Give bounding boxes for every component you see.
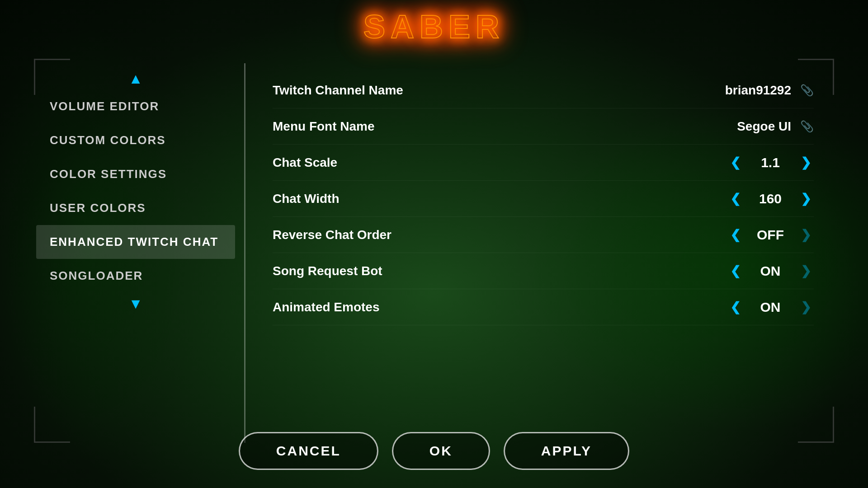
setting-label-menu-font-name: Menu Font Name: [273, 119, 678, 134]
setting-label-chat-width: Chat Width: [273, 192, 678, 206]
animated-emotes-decrease-button[interactable]: ❮: [727, 300, 743, 314]
setting-control-chat-width: ❮ 160 ❯: [678, 191, 814, 206]
song-request-bot-decrease-button[interactable]: ❮: [727, 263, 743, 278]
sidebar: ▲ VOLUME EDITOR CUSTOM COLORS COLOR SETT…: [36, 63, 235, 443]
chat-scale-increase-button[interactable]: ❯: [797, 155, 814, 170]
sidebar-item-color-settings[interactable]: COLOR SETTINGS: [36, 157, 235, 191]
sidebar-item-custom-colors[interactable]: CUSTOM COLORS: [36, 123, 235, 157]
setting-value-reverse-chat-order: OFF: [752, 227, 788, 243]
sidebar-arrow-down[interactable]: ▼: [128, 296, 143, 311]
main-panel: ▲ VOLUME EDITOR CUSTOM COLORS COLOR SETT…: [36, 63, 832, 443]
setting-control-menu-font-name: Segoe UI 📎: [678, 119, 814, 134]
setting-label-twitch-channel-name: Twitch Channel Name: [273, 83, 678, 98]
setting-control-song-request-bot: ❮ ON ❯: [678, 263, 814, 279]
setting-value-chat-scale: 1.1: [752, 155, 788, 170]
setting-label-song-request-bot: Song Request Bot: [273, 264, 678, 278]
setting-label-chat-scale: Chat Scale: [273, 155, 678, 170]
setting-value-menu-font-name: Segoe UI: [737, 119, 791, 134]
ok-button[interactable]: OK: [392, 432, 490, 470]
setting-value-twitch-channel-name: brian91292: [725, 83, 791, 98]
edit-icon-menu-font-name[interactable]: 📎: [800, 120, 814, 133]
sidebar-item-volume-editor[interactable]: VOLUME EDITOR: [36, 89, 235, 123]
setting-row-song-request-bot: Song Request Bot ❮ ON ❯: [273, 253, 814, 289]
setting-row-chat-scale: Chat Scale ❮ 1.1 ❯: [273, 145, 814, 181]
reverse-chat-order-decrease-button[interactable]: ❮: [727, 227, 743, 242]
sidebar-arrow-up[interactable]: ▲: [128, 71, 143, 86]
sidebar-item-songloader[interactable]: SONGLOADER: [36, 259, 235, 293]
setting-value-chat-width: 160: [752, 191, 788, 206]
setting-value-song-request-bot: ON: [752, 263, 788, 279]
chat-width-decrease-button[interactable]: ❮: [727, 191, 743, 206]
app-title: SABER: [363, 8, 505, 45]
setting-row-twitch-channel-name: Twitch Channel Name brian91292 📎: [273, 72, 814, 108]
setting-label-reverse-chat-order: Reverse Chat Order: [273, 228, 678, 242]
setting-row-reverse-chat-order: Reverse Chat Order ❮ OFF ❯: [273, 217, 814, 253]
edit-icon-twitch-channel-name[interactable]: 📎: [800, 84, 814, 97]
reverse-chat-order-increase-button[interactable]: ❯: [797, 227, 814, 242]
setting-control-chat-scale: ❮ 1.1 ❯: [678, 155, 814, 170]
bottom-buttons: CANCEL OK APPLY: [0, 432, 868, 470]
setting-control-twitch-channel-name: brian91292 📎: [678, 83, 814, 98]
setting-control-reverse-chat-order: ❮ OFF ❯: [678, 227, 814, 243]
setting-row-chat-width: Chat Width ❮ 160 ❯: [273, 181, 814, 217]
sidebar-item-user-colors[interactable]: USER COLORS: [36, 191, 235, 225]
settings-content: Twitch Channel Name brian91292 📎 Menu Fo…: [255, 63, 832, 443]
apply-button[interactable]: APPLY: [504, 432, 629, 470]
setting-label-animated-emotes: Animated Emotes: [273, 300, 678, 314]
animated-emotes-increase-button[interactable]: ❯: [797, 300, 814, 314]
cancel-button[interactable]: CANCEL: [239, 432, 378, 470]
setting-row-menu-font-name: Menu Font Name Segoe UI 📎: [273, 108, 814, 145]
title-area: SABER: [0, 0, 868, 45]
sidebar-item-enhanced-twitch-chat[interactable]: ENHANCED TWITCH CHAT: [36, 225, 235, 259]
song-request-bot-increase-button[interactable]: ❯: [797, 263, 814, 278]
sidebar-divider: [244, 63, 245, 443]
chat-scale-decrease-button[interactable]: ❮: [727, 155, 743, 170]
chat-width-increase-button[interactable]: ❯: [797, 191, 814, 206]
setting-control-animated-emotes: ❮ ON ❯: [678, 300, 814, 315]
setting-value-animated-emotes: ON: [752, 300, 788, 315]
setting-row-animated-emotes: Animated Emotes ❮ ON ❯: [273, 289, 814, 325]
